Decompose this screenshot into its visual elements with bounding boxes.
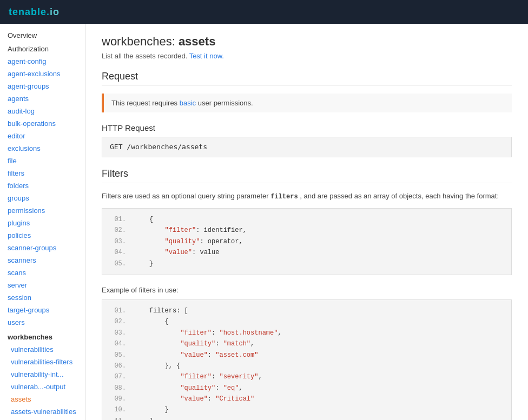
- main-content: workbenches: assets List all the assets …: [85, 24, 528, 420]
- breadcrumb-prefix: workbenches:: [102, 35, 175, 48]
- logo-io: io: [50, 6, 60, 17]
- notice-box: This request requires basic user permiss…: [102, 94, 512, 112]
- test-link[interactable]: Test it now.: [189, 52, 224, 60]
- sidebar: Overview Authorization agent-config agen…: [0, 24, 85, 420]
- code-line: 09. "value": "Critical": [110, 394, 504, 404]
- code-line: 01. filters: [: [110, 305, 504, 316]
- sidebar-item-folders[interactable]: folders: [0, 179, 85, 192]
- subtitle-text: List all the assets recorded.: [102, 52, 187, 60]
- code-block-1: 01. { 02. "filter": identifier, 03. "qua…: [102, 208, 512, 275]
- sidebar-item-bulk-operations[interactable]: bulk-operations: [0, 117, 85, 130]
- sidebar-item-assets[interactable]: assets: [0, 393, 85, 405]
- sidebar-group-workbenches: workbenches: [0, 329, 85, 343]
- sidebar-item-agent-groups[interactable]: agent-groups: [0, 80, 85, 92]
- logo-tenable: tenable: [9, 6, 47, 17]
- logo: tenable.io: [9, 6, 60, 18]
- code-line: 04. "value": value: [110, 247, 504, 258]
- sidebar-item-server[interactable]: server: [0, 279, 85, 291]
- sidebar-item-scans[interactable]: scans: [0, 266, 85, 279]
- layout: Overview Authorization agent-config agen…: [0, 24, 528, 420]
- page-title-asset: assets: [179, 35, 216, 48]
- sidebar-item-policies[interactable]: policies: [0, 229, 85, 242]
- subtitle: List all the assets recorded. Test it no…: [102, 52, 512, 60]
- sidebar-item-permissions[interactable]: permissions: [0, 204, 85, 217]
- sidebar-item-scanner-groups[interactable]: scanner-groups: [0, 242, 85, 254]
- sidebar-item-assets-vulnerabilities[interactable]: assets-vulnerabilities: [0, 405, 85, 418]
- code-line: 02. {: [110, 316, 504, 327]
- sidebar-item-file[interactable]: file: [0, 155, 85, 167]
- sidebar-item-overview[interactable]: Overview: [0, 28, 85, 42]
- sidebar-item-groups[interactable]: groups: [0, 192, 85, 204]
- code-line: 08. "quality": "eq",: [110, 383, 504, 394]
- page-title: workbenches: assets: [102, 35, 512, 49]
- code-block-2: 01. filters: [ 02. { 03. "filter": "host…: [102, 299, 512, 420]
- http-request-box: GET /workbenches/assets: [102, 137, 512, 157]
- sidebar-item-target-groups[interactable]: target-groups: [0, 304, 85, 316]
- filters-description: Filters are used as an optional query st…: [102, 191, 512, 202]
- code-line: 11. ]: [110, 416, 504, 420]
- notice-suffix-text: user permissions.: [198, 99, 253, 107]
- filters-code-inline: filters: [270, 193, 298, 201]
- sidebar-item-agents[interactable]: agents: [0, 92, 85, 105]
- sidebar-item-vulnerabilities[interactable]: vulnerabilities: [0, 343, 85, 356]
- code-line: 04. "quality": "match",: [110, 338, 504, 349]
- filters-desc-post: , and are passed as an array of objects,…: [300, 192, 499, 200]
- code-line: 06. }, {: [110, 361, 504, 371]
- notice-link[interactable]: basic: [180, 99, 196, 107]
- sidebar-item-session[interactable]: session: [0, 291, 85, 304]
- sidebar-item-agent-config[interactable]: agent-config: [0, 55, 85, 68]
- sidebar-item-vulnerability-output[interactable]: vulnerab...-output: [0, 381, 85, 393]
- header: tenable.io: [0, 0, 528, 24]
- sidebar-item-filters[interactable]: filters: [0, 167, 85, 179]
- code-line: 05. "value": "asset.com": [110, 350, 504, 361]
- sidebar-item-agent-exclusions[interactable]: agent-exclusions: [0, 68, 85, 80]
- code-line: 02. "filter": identifier,: [110, 225, 504, 236]
- sidebar-item-users[interactable]: users: [0, 316, 85, 329]
- sidebar-item-plugins[interactable]: plugins: [0, 217, 85, 229]
- http-heading: HTTP Request: [102, 123, 512, 132]
- code-line: 03. "quality": operator,: [110, 236, 504, 247]
- sidebar-item-audit-log[interactable]: audit-log: [0, 105, 85, 117]
- sidebar-item-exclusions[interactable]: exclusions: [0, 142, 85, 155]
- sidebar-item-scanners[interactable]: scanners: [0, 254, 85, 266]
- code-line: 07. "filter": "severity",: [110, 371, 504, 382]
- code-line: 10. }: [110, 404, 504, 415]
- sidebar-item-vulnerability-info[interactable]: vulnerability-int...: [0, 368, 85, 381]
- notice-text: This request requires: [111, 99, 177, 107]
- http-request-code: GET /workbenches/assets: [110, 143, 207, 151]
- code-line: 01. {: [110, 214, 504, 225]
- code-line: 05. }: [110, 258, 504, 269]
- filters-desc-pre: Filters are used as an optional query st…: [102, 192, 269, 200]
- sidebar-item-editor[interactable]: editor: [0, 130, 85, 142]
- sidebar-item-vulnerabilities-filters[interactable]: vulnerabilities-filters: [0, 356, 85, 368]
- sidebar-item-authorization[interactable]: Authorization: [0, 42, 85, 55]
- code-line: 03. "filter": "host.hostname",: [110, 328, 504, 338]
- request-heading: Request: [102, 71, 512, 86]
- filters-heading: Filters: [102, 168, 512, 183]
- example-label: Example of filters in use:: [102, 286, 512, 294]
